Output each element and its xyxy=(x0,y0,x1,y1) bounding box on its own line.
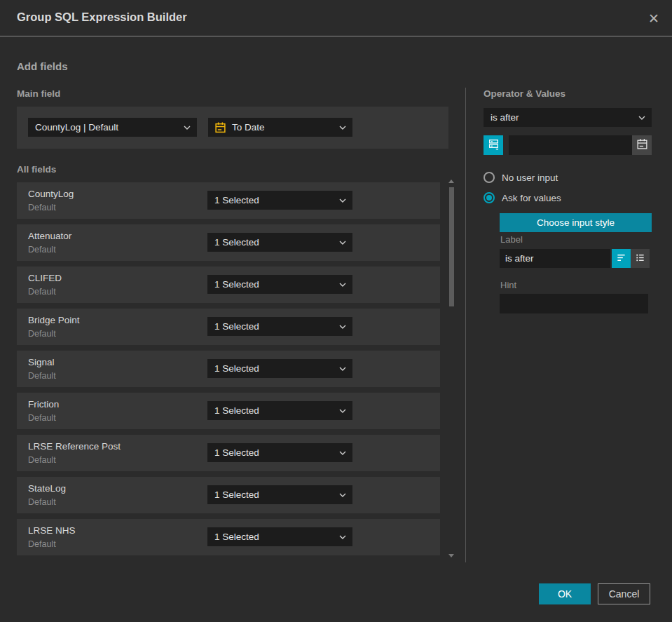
field-subtitle: Default xyxy=(28,371,56,381)
chevron-down-icon xyxy=(339,367,346,371)
stacked-values-icon xyxy=(488,138,500,152)
chevron-down-icon xyxy=(339,126,346,130)
align-left-icon xyxy=(616,252,626,265)
choose-input-style-button[interactable]: Choose input style xyxy=(500,213,652,232)
field-subtitle: Default xyxy=(28,329,56,339)
field-selected-value: 1 Selected xyxy=(214,405,259,416)
field-selected-value: 1 Selected xyxy=(214,489,259,500)
field-name: Friction xyxy=(28,399,59,410)
chevron-down-icon xyxy=(339,241,346,245)
ok-button[interactable]: OK xyxy=(539,583,591,604)
label-style-toggle-group xyxy=(612,249,650,268)
dialog-titlebar: Group SQL Expression Builder ✕ xyxy=(0,0,672,36)
all-fields-list: CountyLog Default 1 Selected Attenuator … xyxy=(17,182,440,556)
field-selected-value: 1 Selected xyxy=(214,447,259,458)
label-caption: Label xyxy=(500,234,523,245)
chevron-down-icon xyxy=(339,535,346,539)
field-selected-dropdown[interactable]: 1 Selected xyxy=(207,359,352,378)
field-subtitle: Default xyxy=(28,413,56,423)
chevron-down-icon xyxy=(184,126,191,130)
no-user-input-label: No user input xyxy=(502,173,558,183)
field-row: CountyLog Default 1 Selected xyxy=(17,182,440,219)
field-row: StateLog Default 1 Selected xyxy=(17,477,440,513)
label-input[interactable] xyxy=(500,249,610,268)
field-subtitle: Default xyxy=(28,203,56,212)
chevron-down-icon xyxy=(339,409,346,413)
main-field-select[interactable]: CountyLog | Default xyxy=(28,118,197,137)
chevron-down-icon xyxy=(339,198,346,203)
field-subtitle: Default xyxy=(28,287,56,297)
scrollbar-thumb[interactable] xyxy=(449,187,454,306)
field-name: LRSE NHS xyxy=(28,525,76,536)
field-name: CountyLog xyxy=(28,189,74,199)
hint-input[interactable] xyxy=(500,294,648,313)
field-selected-value: 1 Selected xyxy=(214,321,259,332)
field-row: Attenuator Default 1 Selected xyxy=(17,224,440,261)
field-selected-value: 1 Selected xyxy=(214,532,259,542)
main-date-select[interactable]: To Date xyxy=(208,118,352,137)
field-row: CLIFED Default 1 Selected xyxy=(17,266,440,303)
value-input[interactable] xyxy=(509,135,632,155)
field-row: LRSE Reference Post Default 1 Selected xyxy=(17,435,440,471)
field-row: LRSE NHS Default 1 Selected xyxy=(17,519,440,555)
main-field-box: CountyLog | Default To Date xyxy=(17,107,448,149)
field-subtitle: Default xyxy=(28,539,56,549)
field-row: Friction Default 1 Selected xyxy=(17,393,440,429)
calendar-icon xyxy=(214,121,226,133)
chevron-down-icon xyxy=(339,493,346,497)
bullet-list-icon xyxy=(635,252,645,265)
main-field-heading: Main field xyxy=(17,88,60,99)
field-row: Bridge Point Default 1 Selected xyxy=(17,309,440,345)
radio-selected-icon xyxy=(484,192,495,203)
scroll-up-arrow-icon[interactable] xyxy=(448,180,454,183)
ask-for-values-label: Ask for values xyxy=(502,193,561,203)
field-subtitle: Default xyxy=(28,455,56,465)
field-selected-dropdown[interactable]: 1 Selected xyxy=(207,527,352,546)
date-picker-button[interactable] xyxy=(632,135,652,155)
chevron-down-icon xyxy=(339,283,346,287)
dialog-title: Group SQL Expression Builder xyxy=(17,11,187,24)
field-name: Signal xyxy=(28,357,55,367)
field-selected-dropdown[interactable]: 1 Selected xyxy=(207,233,352,252)
hint-caption: Hint xyxy=(500,280,516,290)
field-subtitle: Default xyxy=(28,497,56,507)
field-selected-dropdown[interactable]: 1 Selected xyxy=(207,317,352,336)
no-user-input-radio[interactable]: No user input xyxy=(484,172,558,183)
chevron-down-icon xyxy=(339,451,346,455)
ask-for-values-radio[interactable]: Ask for values xyxy=(484,192,561,203)
field-name: StateLog xyxy=(28,483,66,494)
operator-select[interactable]: is after xyxy=(484,108,652,127)
scroll-down-arrow-icon[interactable] xyxy=(448,554,454,557)
operator-select-value: is after xyxy=(491,112,519,123)
field-name: CLIFED xyxy=(28,273,62,283)
field-subtitle: Default xyxy=(28,245,56,255)
field-name: LRSE Reference Post xyxy=(28,441,121,452)
field-name: Bridge Point xyxy=(28,315,80,325)
field-selected-value: 1 Selected xyxy=(214,195,259,205)
bullet-list-style-button[interactable] xyxy=(631,249,650,268)
field-selected-dropdown[interactable]: 1 Selected xyxy=(207,401,352,420)
field-selected-dropdown[interactable]: 1 Selected xyxy=(207,485,352,504)
list-scrollbar xyxy=(448,177,455,560)
value-type-button[interactable] xyxy=(484,135,503,155)
field-selected-dropdown[interactable]: 1 Selected xyxy=(207,191,352,210)
add-fields-heading: Add fields xyxy=(17,60,68,72)
main-date-select-value: To Date xyxy=(232,122,265,133)
field-row: Signal Default 1 Selected xyxy=(17,351,440,387)
chevron-down-icon xyxy=(638,116,645,120)
field-selected-dropdown[interactable]: 1 Selected xyxy=(207,275,352,294)
field-selected-value: 1 Selected xyxy=(214,237,259,248)
field-selected-dropdown[interactable]: 1 Selected xyxy=(207,443,352,462)
operator-values-heading: Operator & Values xyxy=(484,88,565,99)
calendar-icon xyxy=(636,138,648,152)
field-selected-value: 1 Selected xyxy=(214,279,259,290)
close-icon[interactable]: ✕ xyxy=(645,9,663,27)
all-fields-heading: All fields xyxy=(17,164,56,175)
radio-unselected-icon xyxy=(484,172,495,183)
cancel-button[interactable]: Cancel xyxy=(598,583,650,604)
main-field-select-value: CountyLog | Default xyxy=(35,122,118,133)
align-left-style-button[interactable] xyxy=(612,249,631,268)
field-selected-value: 1 Selected xyxy=(214,363,259,374)
panel-divider xyxy=(465,88,466,562)
chevron-down-icon xyxy=(339,325,346,329)
